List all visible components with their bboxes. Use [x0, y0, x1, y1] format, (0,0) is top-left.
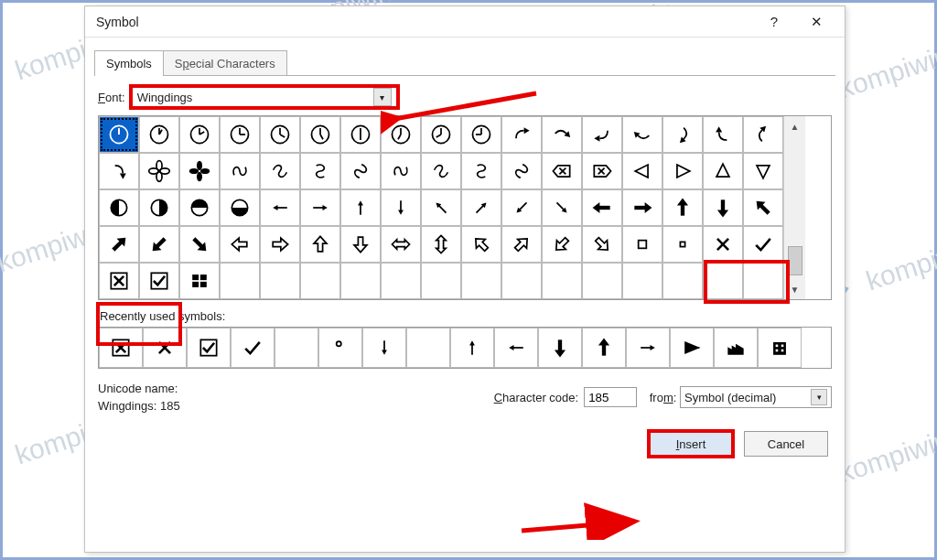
- symbol-outline-ud[interactable]: [421, 226, 461, 263]
- recent-blank[interactable]: [275, 328, 318, 368]
- symbol-loop2[interactable]: [260, 153, 300, 189]
- symbol-square-sm[interactable]: [622, 226, 662, 263]
- symbol-loop5[interactable]: [381, 153, 421, 189]
- symbol-curve-rd[interactable]: [743, 116, 783, 153]
- symbol-curve-ul[interactable]: [582, 116, 622, 153]
- recent-degree[interactable]: [318, 328, 362, 368]
- close-button[interactable]: ✕: [795, 6, 837, 38]
- recent-arrow-u-bold[interactable]: [582, 328, 626, 368]
- help-button[interactable]: ?: [753, 6, 795, 38]
- symbol-arrow-dl[interactable]: [501, 189, 542, 226]
- symbol-loop8[interactable]: [501, 153, 542, 189]
- symbol-x-mark[interactable]: [703, 226, 743, 263]
- font-dropdown[interactable]: Wingdings ▾: [131, 86, 398, 108]
- symbol-tri-d[interactable]: [743, 153, 783, 189]
- symbol-arrow-dr[interactable]: [542, 189, 582, 226]
- symbol-check[interactable]: [743, 226, 783, 263]
- symbol-curve-dr[interactable]: [501, 116, 542, 153]
- symbol-arrow-dr-bold[interactable]: [179, 226, 220, 263]
- symbol-arrow-r-thin[interactable]: [300, 189, 340, 226]
- symbol-curve-ur[interactable]: [622, 116, 662, 153]
- symbol-curve-dd[interactable]: [542, 116, 582, 153]
- symbol-boxed-x[interactable]: [99, 263, 139, 299]
- symbol-outline-dr[interactable]: [582, 226, 622, 263]
- symbol-arrow-ur-bold[interactable]: [99, 226, 139, 263]
- cancel-button[interactable]: Cancel: [744, 431, 828, 457]
- grid-scrollbar[interactable]: ▲ ▼: [783, 116, 805, 299]
- recent-factory[interactable]: [714, 328, 758, 368]
- recent-boxed-x[interactable]: [99, 328, 143, 368]
- symbol-cross-leaf[interactable]: [139, 153, 179, 189]
- recent-arrow-d-bold[interactable]: [538, 328, 582, 368]
- recent-arrow-r-thin[interactable]: [626, 328, 670, 368]
- symbol-del-left[interactable]: [542, 153, 582, 189]
- recent-boxed-check[interactable]: [187, 328, 231, 368]
- recent-building[interactable]: [758, 328, 802, 368]
- recent-x-mark[interactable]: [143, 328, 187, 368]
- symbol-circle-r[interactable]: [139, 189, 179, 226]
- symbol-loop7[interactable]: [461, 153, 501, 189]
- symbol-tri-u[interactable]: [703, 153, 743, 189]
- symbol-arrow-u-thin[interactable]: [340, 189, 381, 226]
- symbol-clock4[interactable]: [260, 116, 300, 153]
- tab-symbols[interactable]: Symbols: [94, 50, 164, 76]
- symbol-loop4[interactable]: [340, 153, 381, 189]
- symbol-arrow-l-thin[interactable]: [260, 189, 300, 226]
- symbol-curve-ld[interactable]: [99, 153, 139, 189]
- symbol-clock7[interactable]: [381, 116, 421, 153]
- symbol-outline-u[interactable]: [300, 226, 340, 263]
- symbol-outline-d[interactable]: [340, 226, 381, 263]
- recent-arrow-u-thin[interactable]: [450, 328, 494, 368]
- symbol-curve-ru[interactable]: [703, 116, 743, 153]
- recent-arrow-d-thin[interactable]: [362, 328, 406, 368]
- symbol-boxed-check[interactable]: [139, 263, 179, 299]
- scroll-down-icon[interactable]: ▼: [785, 279, 805, 299]
- symbol-clock12[interactable]: [99, 116, 139, 153]
- symbol-outline-lr[interactable]: [381, 226, 421, 263]
- symbol-outline-ul[interactable]: [461, 226, 501, 263]
- symbol-loop1[interactable]: [220, 153, 260, 189]
- charcode-input[interactable]: [584, 387, 637, 407]
- symbol-circle-d[interactable]: [220, 189, 260, 226]
- insert-button[interactable]: Insert: [649, 431, 733, 457]
- symbol-clock5[interactable]: [300, 116, 340, 153]
- scroll-up-icon[interactable]: ▲: [785, 116, 805, 136]
- symbol-tri-r[interactable]: [662, 153, 703, 189]
- symbol-outline-r[interactable]: [260, 226, 300, 263]
- symbol-arrow-ul[interactable]: [421, 189, 461, 226]
- symbol-arrow-ul-bold[interactable]: [743, 189, 783, 226]
- symbol-outline-ur[interactable]: [501, 226, 542, 263]
- symbol-outline-dl[interactable]: [542, 226, 582, 263]
- symbol-windows[interactable]: [179, 263, 220, 299]
- recent-arrow-l-thin[interactable]: [494, 328, 538, 368]
- symbol-outline-l[interactable]: [220, 226, 260, 263]
- scroll-thumb[interactable]: [788, 246, 802, 275]
- symbol-square-xs[interactable]: [662, 226, 703, 263]
- symbol-curve-lu[interactable]: [662, 116, 703, 153]
- symbol-loop3[interactable]: [300, 153, 340, 189]
- symbol-arrow-dl-bold[interactable]: [139, 226, 179, 263]
- symbol-circle-u[interactable]: [179, 189, 220, 226]
- symbol-clock2[interactable]: [179, 116, 220, 153]
- symbol-clock1[interactable]: [139, 116, 179, 153]
- symbol-clock9[interactable]: [461, 116, 501, 153]
- symbol-arrow-d-thin[interactable]: [381, 189, 421, 226]
- recent-tri-r-solid[interactable]: [670, 328, 714, 368]
- recent-check[interactable]: [231, 328, 275, 368]
- symbol-tri-l[interactable]: [622, 153, 662, 189]
- symbol-circle-l[interactable]: [99, 189, 139, 226]
- tab-special-characters[interactable]: Special Characters: [163, 50, 287, 76]
- symbol-arrow-ur[interactable]: [461, 189, 501, 226]
- symbol-clock6[interactable]: [340, 116, 381, 153]
- symbol-cross-leaf-fill[interactable]: [179, 153, 220, 189]
- from-dropdown[interactable]: Symbol (decimal) ▾: [680, 386, 832, 408]
- symbol-clock3[interactable]: [220, 116, 260, 153]
- symbol-clock8[interactable]: [421, 116, 461, 153]
- symbol-arrow-d-bold[interactable]: [703, 189, 743, 226]
- symbol-arrow-u-bold[interactable]: [662, 189, 703, 226]
- symbol-arrow-r-bold[interactable]: [622, 189, 662, 226]
- symbol-loop6[interactable]: [421, 153, 461, 189]
- recent-blank[interactable]: [406, 328, 450, 368]
- symbol-del-right[interactable]: [582, 153, 622, 189]
- symbol-arrow-l-bold[interactable]: [582, 189, 622, 226]
